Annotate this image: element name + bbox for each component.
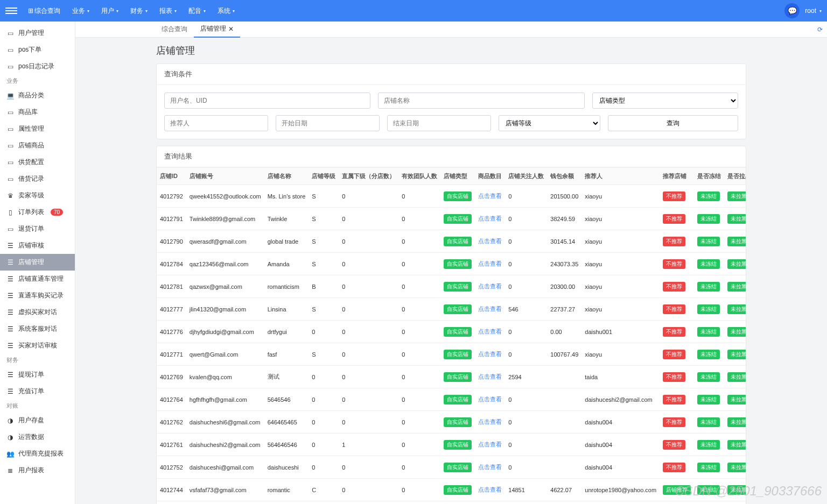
sidebar-item[interactable]: ▭属性管理 — [0, 120, 75, 137]
results-panel: 查询结果 店铺ID店铺账号店铺名称店铺等级直属下级（分店数）有效团队人数店铺类型… — [156, 146, 746, 504]
sidebar-item[interactable]: 👥代理商充提报表 — [0, 445, 75, 462]
goods-link[interactable]: 点击查看 — [478, 238, 502, 244]
sidebar-group: 业务 — [0, 75, 75, 87]
column-header: 店铺名称 — [264, 168, 309, 185]
topnav-item[interactable]: 用户▾ — [97, 4, 123, 18]
sidebar-item-label: 商品库 — [18, 108, 38, 117]
freeze-badge: 未冻结 — [697, 282, 720, 292]
shop-name-input[interactable] — [378, 93, 584, 109]
table-row: 4012769kvalen@qq.com测试000自实店铺点击查看2594tai… — [157, 366, 746, 388]
sidebar-item[interactable]: ▭供货配置 — [0, 154, 75, 171]
goods-link[interactable]: 点击查看 — [478, 418, 502, 425]
query-button[interactable]: 查询 — [608, 115, 738, 131]
referrer-input[interactable] — [164, 115, 268, 131]
table-row: 4012743168000001@gmail.comHelena000自实店铺点… — [157, 501, 746, 505]
topnav-item[interactable]: 财务▾ — [126, 4, 152, 18]
sidebar-item[interactable]: ☰店铺直通车管理 — [0, 271, 75, 287]
goods-link[interactable]: 点击查看 — [478, 283, 502, 289]
sidebar-item[interactable]: ▭pos下单 — [0, 41, 75, 58]
goods-link[interactable]: 点击查看 — [478, 215, 502, 222]
table-row: 4012790qwerasdf@gmail.comglobal tradeS00… — [157, 230, 746, 253]
table-row: 4012764hgfhfhgfh@gmail.com5646546000自实店铺… — [157, 388, 746, 411]
goods-link[interactable]: 点击查看 — [478, 396, 502, 402]
end-date-input[interactable] — [387, 115, 491, 131]
topnav-item[interactable]: 配音▾ — [184, 4, 210, 18]
sidebar-item[interactable]: ☰买家对话审核 — [0, 337, 75, 354]
column-header: 是否拉黑 — [724, 168, 746, 185]
goods-link[interactable]: 点击查看 — [478, 464, 502, 470]
shop-type-select[interactable]: 店铺类型 — [592, 93, 738, 109]
hamburger-icon[interactable] — [5, 5, 17, 17]
tab-general-query[interactable]: 综合查询 — [155, 22, 194, 38]
goods-link[interactable]: 点击查看 — [478, 373, 502, 380]
black-badge: 未拉黑 — [727, 191, 746, 201]
laptop-icon: 💻 — [6, 92, 14, 100]
sidebar-item[interactable]: ☰系统客服对话 — [0, 321, 75, 337]
chat-icon[interactable]: 💬 — [784, 3, 800, 18]
close-icon[interactable]: ✕ — [228, 25, 234, 33]
sidebar-item[interactable]: ▭商品库 — [0, 104, 75, 120]
square-icon: ▭ — [6, 46, 14, 54]
goods-link[interactable]: 点击查看 — [478, 441, 502, 448]
goods-link[interactable]: 点击查看 — [478, 486, 502, 493]
card-icon: ☰ — [6, 275, 14, 283]
sidebar-item-label: 充值订单 — [18, 387, 44, 396]
sidebar-item[interactable]: ▯订单列表70 — [0, 204, 75, 221]
norec-badge: 不推荐 — [663, 350, 685, 359]
sidebar-item[interactable]: ▭店铺商品 — [0, 137, 75, 154]
topnav-item[interactable]: 系统▾ — [213, 4, 239, 18]
sidebar-item[interactable]: ▭借货记录 — [0, 171, 75, 187]
sidebar-item-label: 店铺管理 — [18, 258, 44, 267]
sidebar-item-label: 订单列表 — [18, 208, 44, 217]
goods-link[interactable]: 点击查看 — [478, 306, 502, 312]
goods-link[interactable]: 点击查看 — [478, 328, 502, 335]
shop-type-badge: 自实店铺 — [444, 282, 472, 292]
shop-type-badge: 自实店铺 — [444, 372, 472, 382]
goods-link[interactable]: 点击查看 — [478, 193, 502, 199]
sidebar-item[interactable]: ◑用户存盘 — [0, 412, 75, 429]
norec-badge: 不推荐 — [663, 191, 685, 201]
topnav-item[interactable]: 报表▾ — [155, 4, 181, 18]
user-menu[interactable]: root▾ — [805, 7, 822, 15]
sidebar-item-label: 店铺商品 — [18, 141, 44, 150]
refresh-icon[interactable]: ⟳ — [817, 26, 823, 33]
black-badge: 未拉黑 — [727, 372, 746, 382]
topnav-item[interactable]: ⊞ 综合查询 — [24, 4, 65, 18]
freeze-badge: 未冻结 — [697, 191, 720, 201]
square-icon: ▭ — [6, 109, 14, 116]
topnav-item[interactable]: 业务▾ — [68, 4, 94, 18]
sidebar-item[interactable]: ▭用户管理 — [0, 25, 75, 41]
goods-link[interactable]: 点击查看 — [478, 260, 502, 267]
sidebar-item[interactable]: ☰直通车购买记录 — [0, 287, 75, 304]
sidebar-item[interactable]: ▭退货订单 — [0, 221, 75, 237]
start-date-input[interactable] — [276, 115, 380, 131]
uid-input[interactable] — [164, 93, 370, 109]
pie-icon: ◑ — [6, 434, 14, 441]
sidebar-item[interactable]: ☰充值订单 — [0, 383, 75, 400]
freeze-badge: 未冻结 — [697, 304, 720, 314]
sidebar-item-label: 卖家等级 — [18, 191, 44, 200]
sidebar-item[interactable]: ≣用户报表 — [0, 462, 75, 479]
tab-shop-manage[interactable]: 店铺管理✕ — [194, 22, 240, 38]
norec-badge: 不推荐 — [663, 237, 685, 246]
table-row: 4012776djhyfgdiudgi@gmail.comdrtfygui000… — [157, 321, 746, 343]
column-header: 店铺ID — [157, 168, 186, 185]
sidebar-item[interactable]: ◑运营数据 — [0, 429, 75, 445]
sidebar-item[interactable]: ☰店铺审核 — [0, 237, 75, 254]
home-icon: ⊞ — [28, 7, 33, 15]
sidebar-item[interactable]: 💻商品分类 — [0, 87, 75, 104]
shop-level-select[interactable]: 店铺等级 — [499, 115, 600, 131]
norec-badge: 不推荐 — [663, 395, 685, 404]
table-row: 4012771qwert@Gmail.comfasfS00自实店铺点击查看010… — [157, 343, 746, 366]
sidebar-item[interactable]: ▭pos日志记录 — [0, 58, 75, 75]
sidebar-item[interactable]: ☰店铺管理 — [0, 254, 75, 271]
sidebar-item[interactable]: ☰提现订单 — [0, 366, 75, 383]
people-icon: 👥 — [6, 450, 14, 458]
sidebar-item[interactable]: ☰虚拟买家对话 — [0, 304, 75, 321]
chevron-down-icon: ▾ — [174, 9, 177, 13]
rec-badge: 店铺推荐 — [663, 485, 691, 495]
goods-link[interactable]: 点击查看 — [478, 351, 502, 357]
sidebar-item[interactable]: ♛卖家等级 — [0, 187, 75, 204]
table-row: 4012791Twinkle8899@gmail.comTwinkleS00自实… — [157, 208, 746, 230]
card-icon: ☰ — [6, 342, 14, 350]
